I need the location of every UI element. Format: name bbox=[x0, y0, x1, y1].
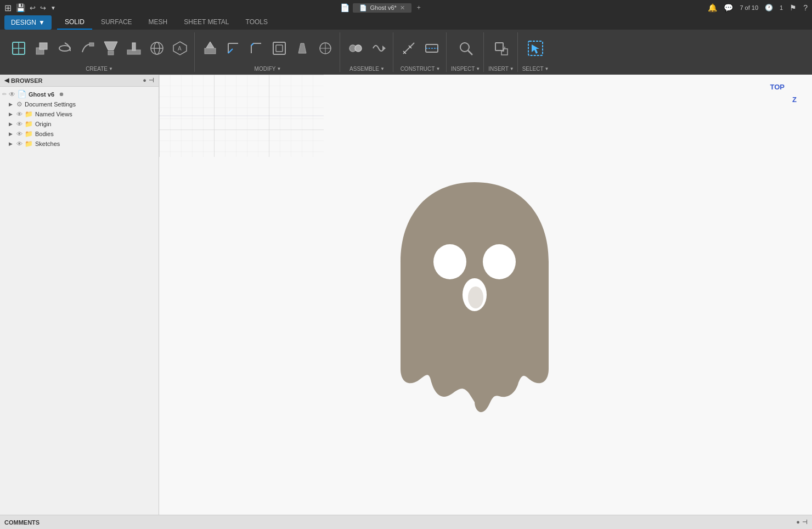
active-tab[interactable]: 📄 Ghost v6* ✕ bbox=[353, 3, 411, 13]
toolbar-group-inspect: INSPECT ▼ bbox=[448, 32, 484, 72]
tree-item-bodies[interactable]: ▶ 👁 📁 Bodies bbox=[0, 129, 159, 139]
press-pull-button[interactable] bbox=[199, 38, 221, 59]
loft-icon bbox=[102, 40, 120, 57]
design-button[interactable]: DESIGN ▼ bbox=[4, 15, 52, 30]
tree-folder-icon: 📄 bbox=[18, 90, 26, 98]
insert-button[interactable] bbox=[490, 38, 512, 59]
tree-eye3-icon[interactable]: 👁 bbox=[16, 121, 22, 127]
rib-icon bbox=[125, 40, 143, 57]
loft-button[interactable] bbox=[100, 38, 122, 59]
tree-item-label: Ghost v6 bbox=[29, 91, 54, 98]
sweep-icon bbox=[79, 40, 97, 57]
svg-rect-16 bbox=[205, 48, 216, 54]
comments-title: COMMENTS bbox=[4, 519, 40, 526]
design-arrow: ▼ bbox=[38, 19, 45, 26]
motion-button[interactable] bbox=[368, 38, 390, 59]
tab-title: Ghost v6* bbox=[370, 4, 397, 11]
chat-icon[interactable]: 💬 bbox=[724, 3, 733, 12]
toolbar-group-construct: CONSTRUCT ▼ bbox=[394, 32, 447, 72]
scale-button[interactable] bbox=[314, 38, 336, 59]
tree-item-document-settings[interactable]: ▶ ⚙ Document Settings bbox=[0, 99, 159, 109]
tree-item-origin[interactable]: ▶ 👁 📁 Origin bbox=[0, 119, 159, 129]
insert-group-label[interactable]: INSERT ▼ bbox=[488, 66, 514, 72]
tab-tools[interactable]: TOOLS bbox=[238, 15, 275, 30]
svg-rect-10 bbox=[132, 43, 136, 50]
revolve-button[interactable] bbox=[54, 38, 76, 59]
create-arrow: ▼ bbox=[109, 66, 113, 71]
new-component-icon bbox=[10, 40, 27, 57]
chamfer-button[interactable] bbox=[245, 38, 267, 59]
menu-arrow[interactable]: ▼ bbox=[50, 5, 56, 11]
svg-marker-36 bbox=[501, 49, 507, 55]
svg-point-45 bbox=[433, 244, 466, 279]
new-component-button[interactable] bbox=[8, 38, 30, 59]
app-grid-icon[interactable]: ⊞ bbox=[4, 3, 12, 13]
browser-collapse-icon[interactable]: ◀ bbox=[4, 77, 9, 84]
construct-measure-button[interactable] bbox=[398, 38, 420, 59]
tree-record-icon[interactable]: ⏺ bbox=[59, 91, 64, 97]
inspect-button[interactable] bbox=[455, 38, 477, 59]
tree-arrow-origin: ▶ bbox=[9, 121, 14, 127]
extrude-button[interactable] bbox=[31, 38, 53, 59]
save-icon[interactable]: 💾 bbox=[16, 3, 25, 12]
insert-icon bbox=[492, 40, 510, 57]
svg-rect-19 bbox=[273, 42, 285, 54]
draft-button[interactable] bbox=[291, 38, 313, 59]
tab-mesh[interactable]: MESH bbox=[141, 15, 176, 30]
browser-header-right: ● ⊣ bbox=[143, 77, 154, 84]
browser-settings-icon[interactable]: ● bbox=[143, 77, 146, 84]
tree-pencil-icon: ✏ bbox=[2, 91, 7, 97]
fillet-button[interactable] bbox=[222, 38, 244, 59]
viewport[interactable]: TOP Z bbox=[159, 75, 812, 515]
browser-header-left: ◀ BROWSER bbox=[4, 77, 42, 84]
toolbar-tabs: DESIGN ▼ SOLID SURFACE MESH SHEET METAL … bbox=[0, 15, 812, 30]
tree-arrow-doc: ▶ bbox=[9, 102, 14, 107]
tree-eye5-icon[interactable]: 👁 bbox=[16, 140, 22, 147]
main-content: ◀ BROWSER ● ⊣ ✏ 👁 📄 Ghost v6 ⏺ ▶ ⚙ Docum… bbox=[0, 75, 812, 515]
inspect-group-label[interactable]: INSPECT ▼ bbox=[451, 66, 480, 72]
title-center: 📄 📄 Ghost v6* ✕ + bbox=[340, 3, 424, 13]
create-group-label[interactable]: CREATE ▼ bbox=[86, 66, 113, 72]
undo-icon[interactable]: ↩ bbox=[30, 4, 36, 12]
tree-item-ghost-v6[interactable]: ✏ 👁 📄 Ghost v6 ⏺ bbox=[0, 89, 159, 99]
construct-group-label[interactable]: CONSTRUCT ▼ bbox=[401, 66, 441, 72]
select-button[interactable] bbox=[525, 38, 546, 59]
new-tab-button[interactable]: + bbox=[414, 3, 424, 13]
tree-folder2-icon: 📁 bbox=[25, 110, 33, 118]
create-items: A bbox=[8, 32, 191, 64]
tree-item-named-views[interactable]: ▶ 👁 📁 Named Views bbox=[0, 109, 159, 119]
tab-sheet-metal[interactable]: SHEET METAL bbox=[176, 15, 236, 30]
shell-button[interactable] bbox=[268, 38, 290, 59]
tree-folder4-icon: 📁 bbox=[25, 130, 33, 138]
inspect-items bbox=[455, 32, 477, 64]
tree-eye4-icon[interactable]: 👁 bbox=[16, 131, 22, 137]
help-icon[interactable]: ? bbox=[803, 3, 808, 12]
svg-marker-40 bbox=[532, 44, 539, 54]
emboss-button[interactable]: A bbox=[169, 38, 191, 59]
tree-item-sketches[interactable]: ▶ 👁 📁 Sketches bbox=[0, 139, 159, 149]
tree-eye-icon[interactable]: 👁 bbox=[9, 91, 15, 98]
tab-solid[interactable]: SOLID bbox=[57, 15, 92, 30]
tree-gear-icon: ⚙ bbox=[16, 100, 22, 108]
select-group-label[interactable]: SELECT ▼ bbox=[522, 66, 549, 72]
comments-settings-icon[interactable]: ● bbox=[796, 519, 800, 526]
construct-section-button[interactable] bbox=[421, 38, 443, 59]
inspect-arrow: ▼ bbox=[476, 66, 480, 71]
notification-icon[interactable]: 🔔 bbox=[708, 3, 717, 12]
tab-surface[interactable]: SURFACE bbox=[93, 15, 140, 30]
tree-eye2-icon[interactable]: 👁 bbox=[16, 111, 22, 117]
tab-close-button[interactable]: ✕ bbox=[400, 4, 405, 12]
modify-group-label[interactable]: MODIFY ▼ bbox=[255, 66, 281, 72]
rib-button[interactable] bbox=[123, 38, 145, 59]
shell-icon bbox=[270, 40, 288, 57]
sweep-button[interactable] bbox=[77, 38, 99, 59]
comments-expand-icon[interactable]: ⊣ bbox=[802, 519, 808, 526]
alerts-icon[interactable]: ⚑ bbox=[790, 3, 797, 12]
web-button[interactable] bbox=[146, 38, 168, 59]
redo-icon[interactable]: ↪ bbox=[40, 4, 46, 12]
browser-resize-icon[interactable]: ⊣ bbox=[149, 77, 154, 84]
assemble-group-label[interactable]: ASSEMBLE ▼ bbox=[349, 66, 385, 72]
joint-button[interactable] bbox=[345, 38, 366, 59]
comments-header: COMMENTS ● ⊣ bbox=[0, 515, 812, 529]
modify-arrow: ▼ bbox=[277, 66, 281, 71]
